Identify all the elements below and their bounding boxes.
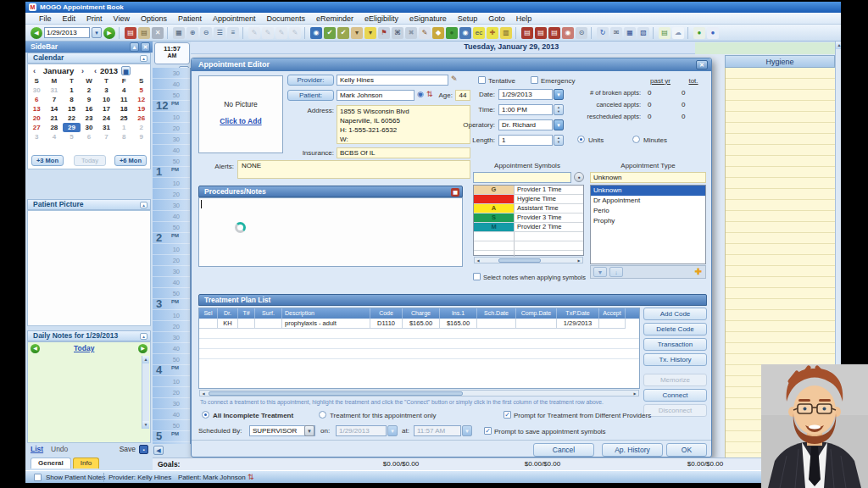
time-slot[interactable]: 12 PM <box>153 101 190 112</box>
toolbar-icon[interactable] <box>687 27 690 39</box>
time-slot[interactable]: 5 PM <box>153 431 190 442</box>
column-header[interactable]: Ins.1 <box>440 308 477 319</box>
next-day-icon[interactable]: ▶ <box>103 27 115 39</box>
date-picker-icon[interactable]: ▾ <box>92 27 102 38</box>
symbol-search-field[interactable] <box>473 172 571 183</box>
zoom-in-icon[interactable]: ⊕ <box>186 27 198 39</box>
menu-item[interactable]: Help <box>516 14 532 23</box>
prompt-diff-providers-checkbox[interactable] <box>504 411 511 419</box>
time-slot[interactable]: 20 <box>153 321 190 332</box>
contact-icon[interactable]: ◉ <box>562 27 574 39</box>
calendar-day[interactable]: 19 <box>132 104 150 114</box>
ruler-scroll-left-icon[interactable]: ◀ <box>153 446 164 455</box>
treatment-action-button[interactable]: Transaction <box>643 338 707 351</box>
date-field[interactable]: 1/29/2013 <box>498 89 553 100</box>
treatment-cell[interactable] <box>599 319 626 329</box>
scroll-left-icon[interactable]: ◀ <box>475 258 481 263</box>
column-header[interactable]: TxP.Date <box>557 308 599 319</box>
calendar-day[interactable]: 8 <box>63 95 81 104</box>
notes-prev-day-icon[interactable]: ◀ <box>31 344 40 353</box>
calendar-day[interactable]: 22 <box>63 114 81 123</box>
click-to-add-link[interactable]: Click to Add <box>199 117 282 125</box>
time-slot[interactable]: 30 <box>153 398 190 409</box>
treatment-cell[interactable]: 1/29/2013 <box>557 319 599 329</box>
interval-15-icon[interactable]: ☰ <box>214 27 225 39</box>
ok-button[interactable]: OK <box>666 443 707 457</box>
notes-scrollbar[interactable]: ▲ ▼ <box>142 356 149 429</box>
notes-next-day-icon[interactable]: ▶ <box>138 344 147 353</box>
sidebar-close-icon[interactable]: ✕ <box>141 42 150 52</box>
calendar-day[interactable]: 6 <box>28 95 46 104</box>
calendar-day[interactable]: 31 <box>46 86 64 95</box>
patient-search-icon[interactable]: ◉ <box>417 90 424 98</box>
daily-notes-input[interactable] <box>30 355 142 440</box>
ledger-icon[interactable]: ▥ <box>500 27 512 39</box>
cloud-icon[interactable]: ☁ <box>672 27 684 39</box>
forward-6-months-button[interactable]: +6 Mon <box>114 155 147 166</box>
treatment-cell[interactable] <box>238 319 255 329</box>
time-slot[interactable]: 30 <box>153 266 190 277</box>
tool-icon-4[interactable]: ✎ <box>289 27 301 39</box>
layout-icon[interactable]: ▧ <box>637 27 649 39</box>
prompt-save-symbols-checkbox[interactable] <box>484 427 492 435</box>
appointment-type-field[interactable]: Unknown <box>590 172 706 183</box>
calendar-day[interactable]: 4 <box>46 132 64 141</box>
toolbar-icon[interactable] <box>167 27 170 39</box>
menu-item[interactable]: eSignature <box>409 14 447 23</box>
operatory-day-icon[interactable]: ✔ <box>337 27 349 39</box>
calendar-day[interactable]: 7 <box>46 95 64 104</box>
paste-icon[interactable]: ▤ <box>125 27 136 39</box>
prev-month-icon[interactable]: ‹ <box>33 67 36 75</box>
cancel-button[interactable]: Cancel <box>533 443 594 457</box>
calendar-day[interactable]: 2 <box>81 86 98 95</box>
sidebar-tab[interactable]: Info <box>73 458 99 469</box>
menu-item[interactable]: eEligibility <box>364 14 398 23</box>
symbol-row[interactable]: H Hygiene Time <box>474 195 583 204</box>
break-icon[interactable]: ✖ <box>405 27 417 39</box>
time-field[interactable]: 1:00 PM <box>498 104 553 115</box>
calendar-day[interactable]: 12 <box>132 95 150 104</box>
symbol-row[interactable]: M Provider 2 Time <box>474 223 583 232</box>
prev-year-icon[interactable]: ‹ <box>94 67 97 75</box>
calendar-day[interactable]: 27 <box>28 123 46 132</box>
goto-menu-icon[interactable]: ▾ <box>351 27 363 39</box>
provider-edit-icon[interactable]: ✎ <box>451 75 458 83</box>
calendar-day[interactable]: 21 <box>46 114 64 123</box>
column-header[interactable]: Charge <box>403 308 440 319</box>
treatment-hscrollbar[interactable]: ◀ ▶ <box>199 390 639 396</box>
patient-label-button[interactable]: Patient: <box>287 90 334 101</box>
time-slot[interactable]: 20 <box>153 387 190 398</box>
symbol-row[interactable] <box>474 232 583 241</box>
appointment-type-item[interactable]: Dr Appointment <box>591 196 705 206</box>
sidebar-tab[interactable]: General <box>31 458 71 469</box>
symbol-row[interactable] <box>474 241 583 251</box>
treatment-cell[interactable] <box>477 319 516 329</box>
column-header[interactable]: Comp.Date <box>516 308 557 319</box>
calendar-day[interactable]: 9 <box>132 132 150 141</box>
time-slot[interactable]: 30 <box>153 332 190 343</box>
calendar-day[interactable]: 10 <box>97 95 115 104</box>
treatment-cell[interactable] <box>199 319 218 329</box>
globe-green-icon[interactable]: ● <box>693 27 705 39</box>
symbol-find-icon[interactable]: ● <box>574 172 584 182</box>
time-slot[interactable]: 10 <box>153 112 190 123</box>
apple-icon[interactable]: ● <box>446 27 458 39</box>
calendar-day[interactable]: 11 <box>115 95 133 104</box>
column-header[interactable]: Description <box>282 308 370 319</box>
family-icon[interactable]: ◉ <box>459 27 471 39</box>
send-icon[interactable]: ✉ <box>610 27 622 39</box>
procedures-badge-icon[interactable]: ▦ <box>451 188 459 197</box>
show-patient-notes-checkbox[interactable] <box>34 474 42 481</box>
time-slot[interactable]: 30 <box>153 200 190 211</box>
length-field[interactable]: 1 <box>498 135 553 146</box>
patient-photo-box[interactable]: No Picture Click to Add <box>198 75 283 153</box>
scheduled-by-dropdown-icon[interactable]: ▼ <box>304 425 314 436</box>
time-slot[interactable]: 2 PM <box>153 233 190 244</box>
calendar-day[interactable]: 24 <box>97 114 115 123</box>
type-sort-icon[interactable]: ▼ <box>593 267 607 277</box>
calendar-day[interactable]: 30 <box>28 86 46 95</box>
provider-label-button[interactable]: Provider: <box>287 75 334 86</box>
menu-item[interactable]: Goto <box>488 14 505 23</box>
menu-item[interactable]: View <box>114 14 130 23</box>
patient-picture-rollup-icon[interactable]: ▴ <box>140 202 147 208</box>
